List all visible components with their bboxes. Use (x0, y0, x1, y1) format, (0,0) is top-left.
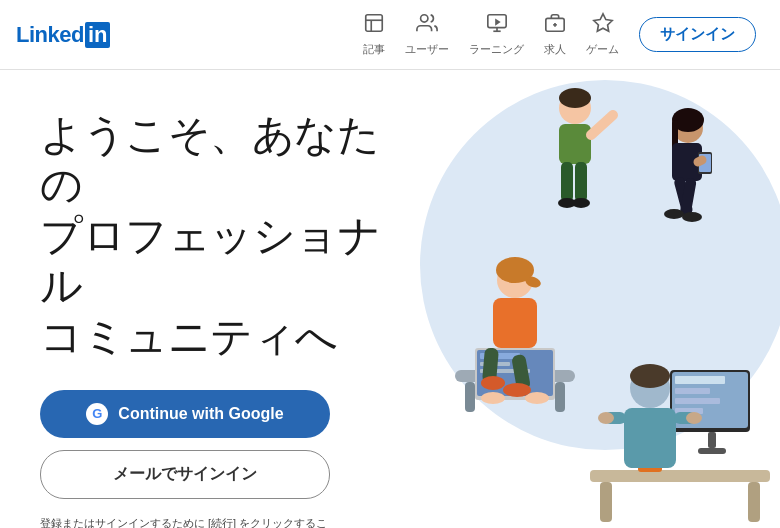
svg-point-35 (496, 257, 534, 283)
svg-point-62 (630, 364, 670, 388)
headline: ようこそ、あなたの プロフェッショナル コミュニティへ (40, 110, 388, 362)
articles-label: 記事 (363, 42, 385, 57)
nav-item-learning[interactable]: ラーニング (469, 12, 524, 57)
svg-rect-32 (555, 382, 565, 412)
games-label: ゲーム (586, 42, 619, 57)
logo-area: Linkedin (16, 22, 110, 48)
main-content: ようこそ、あなたの プロフェッショナル コミュニティへ G Continue w… (0, 70, 780, 528)
svg-rect-58 (698, 448, 726, 454)
signin-button[interactable]: サインイン (639, 17, 756, 52)
svg-marker-7 (495, 18, 501, 25)
svg-point-47 (503, 383, 531, 397)
svg-rect-31 (465, 382, 475, 412)
headline-line1: ようこそ、あなたの (40, 111, 379, 208)
svg-point-67 (686, 412, 702, 424)
google-icon: G (86, 403, 108, 425)
svg-rect-55 (675, 398, 720, 404)
email-signin-button[interactable]: メールでサインイン (40, 450, 330, 499)
logo-text: Linked (16, 22, 84, 48)
nav-item-articles[interactable]: 記事 (363, 12, 385, 57)
svg-rect-14 (561, 162, 573, 202)
jobs-icon (544, 12, 566, 39)
right-illustration (390, 70, 780, 528)
jobs-label: 求人 (544, 42, 566, 57)
svg-rect-15 (575, 162, 587, 202)
learning-label: ラーニング (469, 42, 524, 57)
linkedin-logo[interactable]: Linkedin (16, 22, 110, 48)
svg-rect-57 (708, 432, 716, 448)
logo-box: in (85, 22, 111, 48)
svg-rect-54 (675, 388, 710, 394)
svg-rect-50 (748, 482, 760, 522)
svg-rect-13 (559, 124, 591, 164)
svg-line-18 (591, 115, 613, 135)
google-signin-button[interactable]: G Continue with Google (40, 390, 330, 438)
svg-rect-0 (366, 15, 383, 32)
svg-line-29 (698, 160, 702, 162)
users-label: ユーザー (405, 42, 449, 57)
nav-item-users[interactable]: ユーザー (405, 12, 449, 57)
nav-bar: 記事 ユーザー ラーニング (363, 12, 756, 57)
svg-point-46 (481, 376, 505, 390)
email-btn-label: メールでサインイン (113, 464, 257, 485)
svg-point-26 (682, 212, 702, 222)
games-icon (592, 12, 614, 39)
svg-point-25 (664, 209, 684, 219)
svg-point-3 (421, 15, 428, 22)
nav-item-games[interactable]: ゲーム (586, 12, 619, 57)
svg-rect-48 (590, 470, 770, 482)
headline-line3: コミュニティへ (40, 313, 338, 360)
svg-point-12 (559, 88, 591, 108)
header: Linkedin 記事 ユーザー (0, 0, 780, 70)
google-btn-label: Continue with Google (118, 405, 283, 423)
illustration-svg (390, 70, 780, 528)
nav-item-jobs[interactable]: 求人 (544, 12, 566, 57)
svg-point-66 (598, 412, 614, 424)
svg-point-42 (481, 392, 505, 404)
articles-icon (363, 12, 385, 39)
svg-rect-63 (624, 408, 676, 468)
terms-text: 登録またはサインインするために [続行] をクリックすることにより、Linked… (40, 515, 330, 528)
terms-text-part1: 登録またはサインインするために [続行] をクリックすることにより、Linked… (40, 517, 327, 528)
svg-rect-49 (600, 482, 612, 522)
svg-rect-53 (675, 376, 725, 384)
svg-rect-36 (493, 298, 537, 348)
svg-point-17 (572, 198, 590, 208)
headline-line2: プロフェッショナル (40, 212, 380, 309)
left-panel: ようこそ、あなたの プロフェッショナル コミュニティへ G Continue w… (0, 70, 420, 528)
learning-icon (486, 12, 508, 39)
users-icon (416, 12, 438, 39)
